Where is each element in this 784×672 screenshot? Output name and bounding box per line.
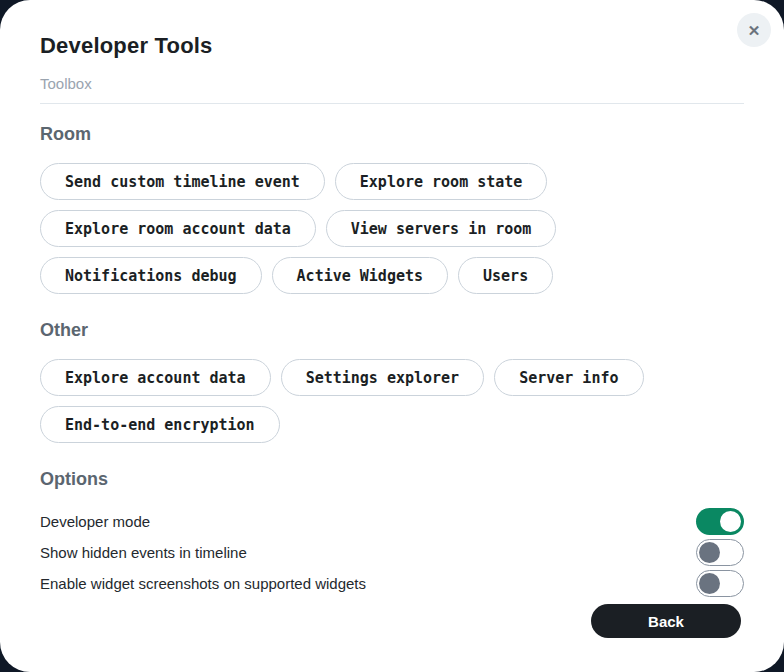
- button-server-info[interactable]: Server info: [494, 359, 643, 396]
- option-label: Developer mode: [40, 512, 150, 531]
- toggle-widget-screenshots[interactable]: [696, 570, 744, 597]
- toggle-show-hidden-events[interactable]: [696, 539, 744, 566]
- button-active-widgets[interactable]: Active Widgets: [272, 257, 448, 294]
- button-explore-account-data[interactable]: Explore account data: [40, 359, 271, 396]
- other-buttons: Explore account data Settings explorer S…: [40, 359, 744, 443]
- section-heading-room: Room: [40, 124, 744, 145]
- close-button[interactable]: ✕: [737, 13, 771, 47]
- button-end-to-end-encryption[interactable]: End-to-end encryption: [40, 406, 280, 443]
- back-button[interactable]: Back: [591, 604, 741, 638]
- button-explore-room-state[interactable]: Explore room state: [335, 163, 548, 200]
- toggle-developer-mode[interactable]: [696, 508, 744, 535]
- button-users[interactable]: Users: [458, 257, 553, 294]
- section-heading-options: Options: [40, 469, 744, 490]
- button-view-servers-in-room[interactable]: View servers in room: [326, 210, 557, 247]
- toolbox-breadcrumb: Toolbox: [40, 74, 744, 104]
- option-row-widget-screenshots: Enable widget screenshots on supported w…: [40, 570, 744, 597]
- toggle-knob: [699, 542, 720, 563]
- button-send-custom-timeline-event[interactable]: Send custom timeline event: [40, 163, 325, 200]
- options-list: Developer mode Show hidden events in tim…: [40, 508, 744, 597]
- button-settings-explorer[interactable]: Settings explorer: [281, 359, 485, 396]
- option-row-show-hidden-events: Show hidden events in timeline: [40, 539, 744, 566]
- room-buttons: Send custom timeline event Explore room …: [40, 163, 744, 294]
- toggle-knob: [720, 511, 741, 532]
- dialog-title: Developer Tools: [40, 34, 744, 58]
- toggle-knob: [699, 573, 720, 594]
- option-label: Show hidden events in timeline: [40, 543, 247, 562]
- option-label: Enable widget screenshots on supported w…: [40, 574, 366, 593]
- close-icon: ✕: [748, 23, 761, 38]
- button-notifications-debug[interactable]: Notifications debug: [40, 257, 262, 294]
- option-row-developer-mode: Developer mode: [40, 508, 744, 535]
- button-explore-room-account-data[interactable]: Explore room account data: [40, 210, 316, 247]
- developer-tools-dialog: ✕ Developer Tools Toolbox Room Send cust…: [0, 0, 784, 672]
- section-heading-other: Other: [40, 320, 744, 341]
